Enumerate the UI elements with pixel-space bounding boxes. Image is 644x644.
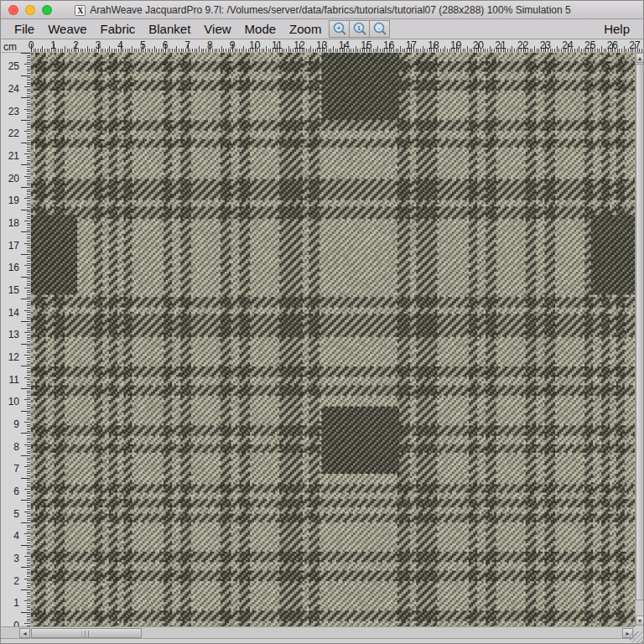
ruler-left-number: 6 bbox=[1, 486, 19, 497]
ruler-top-number: 1 bbox=[50, 39, 56, 51]
horizontal-scroll-thumb[interactable] bbox=[31, 628, 142, 638]
traffic-lights bbox=[8, 5, 52, 15]
menu-bar: FileWeaveFabricBlanketViewModeZoom +1- H… bbox=[1, 19, 644, 39]
ruler-left-number: 20 bbox=[1, 172, 19, 184]
zoom-100-button[interactable]: 1 bbox=[349, 20, 370, 38]
ruler-top-number: 12 bbox=[293, 39, 304, 51]
ruler-top-number: 3 bbox=[96, 39, 101, 51]
zoom-window-button[interactable] bbox=[42, 5, 52, 15]
resize-grip[interactable] bbox=[630, 631, 644, 644]
ruler-left-number: 3 bbox=[1, 553, 19, 564]
menu-file[interactable]: File bbox=[8, 20, 41, 38]
ruler-left-number: 4 bbox=[1, 530, 19, 542]
menu-zoom[interactable]: Zoom bbox=[283, 20, 328, 38]
ruler-left-number: 11 bbox=[1, 373, 19, 385]
ruler-top-number: 4 bbox=[117, 39, 123, 51]
ruler-top-number: 10 bbox=[249, 39, 260, 51]
ruler-left-number: 17 bbox=[1, 239, 19, 251]
app-window: X ArahWeave JacquardPro 9.7l: /Volumes/s… bbox=[0, 0, 644, 644]
ruler-top-number: 13 bbox=[316, 39, 327, 51]
ruler-top-number: 14 bbox=[339, 39, 350, 51]
fabric-simulation-canvas[interactable] bbox=[31, 53, 635, 626]
menu-fabric[interactable]: Fabric bbox=[94, 20, 143, 38]
ruler-top-number: 8 bbox=[207, 39, 213, 51]
ruler-left-cm-ticks bbox=[21, 53, 30, 626]
ruler-top-number: 21 bbox=[495, 39, 506, 51]
ruler-left-number: 14 bbox=[1, 306, 19, 318]
ruler-left-number: 5 bbox=[1, 507, 19, 519]
ruler-top-number: 20 bbox=[473, 39, 484, 51]
window-bottom-edge bbox=[1, 639, 644, 644]
ruler-top-number: 22 bbox=[517, 39, 528, 51]
horizontal-scrollbar[interactable]: ◂ ▸ bbox=[1, 626, 635, 639]
ruler-left-number: 15 bbox=[1, 284, 19, 296]
svg-text:+: + bbox=[337, 24, 341, 32]
ruler-left-number: 19 bbox=[1, 195, 19, 206]
ruler-top-number: 5 bbox=[140, 39, 146, 51]
ruler-left-number: 22 bbox=[1, 127, 19, 139]
ruler-top-number: 0 bbox=[29, 39, 34, 51]
ruler-top-number: 26 bbox=[607, 39, 618, 51]
ruler-unit-label: cm bbox=[3, 41, 17, 53]
ruler-top-number: 27 bbox=[629, 39, 640, 51]
ruler-top-number: 19 bbox=[450, 39, 461, 51]
zoom-button-group: +1- bbox=[330, 20, 390, 38]
minimize-button[interactable] bbox=[25, 5, 35, 15]
magnifier-icon: + bbox=[332, 22, 347, 36]
ruler-left-number: 8 bbox=[1, 440, 19, 452]
menu-weave[interactable]: Weave bbox=[41, 20, 93, 38]
ruler-top-number: 15 bbox=[361, 39, 371, 51]
ruler-top-number: 11 bbox=[272, 39, 282, 51]
menu-blanket[interactable]: Blanket bbox=[142, 20, 197, 38]
ruler-left-number: 23 bbox=[1, 105, 19, 117]
scroll-down-arrow[interactable]: ▾ bbox=[636, 615, 644, 626]
ruler-top-number: 16 bbox=[383, 39, 394, 51]
svg-text:1: 1 bbox=[357, 24, 361, 32]
ruler-top: cm 0123456789101112131415161718192021222… bbox=[1, 39, 644, 53]
ruler-top-number: 25 bbox=[584, 39, 595, 51]
ruler-left-number: 10 bbox=[1, 396, 19, 408]
ruler-left-number: 25 bbox=[1, 60, 19, 72]
ruler-top-number: 9 bbox=[230, 39, 236, 51]
magnifier-icon: 1 bbox=[352, 22, 367, 36]
ruler-left-number: 18 bbox=[1, 217, 19, 229]
title-bar[interactable]: X ArahWeave JacquardPro 9.7l: /Volumes/s… bbox=[1, 1, 644, 19]
zoom-out-button[interactable]: - bbox=[369, 20, 390, 38]
magnifier-icon: - bbox=[372, 22, 387, 36]
menu-help[interactable]: Help bbox=[595, 20, 638, 38]
ruler-top-number: 17 bbox=[406, 39, 417, 51]
ruler-left-number: 0 bbox=[1, 620, 19, 626]
menu-mode[interactable]: Mode bbox=[238, 20, 283, 38]
ruler-left-number: 9 bbox=[1, 418, 19, 430]
scroll-up-arrow[interactable]: ▴ bbox=[636, 53, 644, 63]
scroll-thumb-grip bbox=[82, 631, 91, 637]
ruler-top-number: 18 bbox=[428, 39, 439, 51]
window-title: ArahWeave JacquardPro 9.7l: /Volumes/ser… bbox=[90, 4, 570, 16]
ruler-left-number: 24 bbox=[1, 83, 19, 95]
ruler-top-number: 2 bbox=[73, 39, 79, 51]
ruler-top-number: 6 bbox=[163, 39, 169, 51]
vertical-scrollbar[interactable]: ▴ ▾ bbox=[635, 53, 644, 626]
ruler-left: 2524232221201918171615141312111098765432… bbox=[1, 53, 31, 626]
ruler-left-number: 12 bbox=[1, 351, 19, 363]
ruler-left-number: 21 bbox=[1, 150, 19, 162]
ruler-left-number: 16 bbox=[1, 262, 19, 273]
ruler-left-number: 1 bbox=[1, 597, 19, 609]
zoom-in-button[interactable]: + bbox=[329, 20, 350, 38]
ruler-top-number: 23 bbox=[540, 39, 551, 51]
close-button[interactable] bbox=[8, 5, 18, 15]
menu-view[interactable]: View bbox=[197, 20, 237, 38]
svg-text:-: - bbox=[378, 24, 381, 32]
ruler-left-number: 7 bbox=[1, 463, 19, 475]
vertical-scroll-thumb[interactable] bbox=[636, 64, 644, 600]
scroll-left-arrow[interactable]: ◂ bbox=[19, 628, 30, 638]
ruler-top-number: 24 bbox=[562, 39, 573, 51]
ruler-top-number: 7 bbox=[184, 39, 190, 51]
ruler-left-number: 13 bbox=[1, 329, 19, 340]
ruler-left-number: 2 bbox=[1, 574, 19, 586]
x11-app-icon: X bbox=[75, 5, 86, 16]
